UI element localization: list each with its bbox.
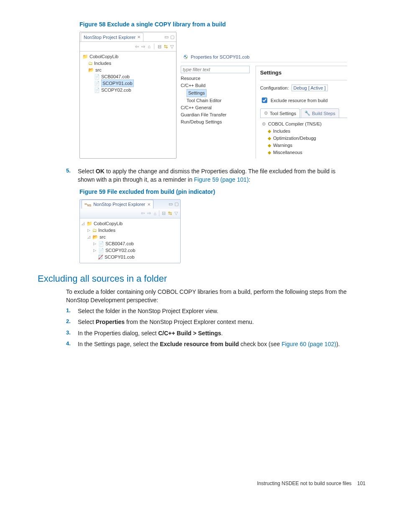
ptree-item[interactable]: Run/Debug Settings — [181, 118, 250, 126]
tool-tree-item[interactable]: ◆ Optimization/Debugg — [262, 135, 345, 142]
exclude-checkbox[interactable] — [262, 98, 267, 103]
tree-includes[interactable]: 🗂 Includes — [82, 60, 174, 67]
explorer-tab-label: NonStop Project Explorer — [93, 202, 145, 207]
tree-file-excluded[interactable]: SCOPY01.cob — [82, 254, 179, 260]
tree-folder-src[interactable]: ◿ 📂 src — [82, 234, 179, 240]
step-5: 5. Select OK to apply the change and dis… — [66, 167, 353, 184]
twisty-open-icon[interactable]: ◿ — [87, 234, 91, 240]
close-icon[interactable]: ✕ — [147, 202, 151, 207]
bold-text: C/C++ Build > Settings — [158, 330, 221, 337]
figure59-caption: Figure 59 File excluded from build (pin … — [79, 188, 366, 195]
ptree-selected-label: Settings — [187, 89, 207, 97]
explorer-tab[interactable]: NonStop Project Explorer ✕ — [81, 33, 143, 41]
tree-file-selected[interactable]: 📄 SCOPY01.cob — [82, 80, 174, 87]
tree-folder-src[interactable]: 📂 src — [82, 67, 174, 73]
forward-icon[interactable]: ⇨ — [141, 44, 145, 49]
section-intro: To exclude a folder containing only COBO… — [66, 288, 353, 305]
ptree-item[interactable]: Guardian File Transfer — [181, 111, 250, 118]
project-icon: 📁 — [87, 220, 92, 227]
file-label: SCOPY02.cob — [101, 87, 131, 93]
collapse-all-icon[interactable]: ⊟ — [158, 44, 161, 49]
section-heading: Excluding all sources in a folder — [38, 273, 366, 284]
properties-title-bar: Properties for SCOPY01.cob — [181, 52, 347, 62]
twisty-closed-icon[interactable]: ▷ — [87, 227, 91, 234]
ptree-item[interactable]: C/C++ Build — [181, 82, 250, 89]
tree-file[interactable]: ▷ 📄 SCB0047.cob — [82, 240, 179, 247]
explorer-tree: ◿ 📁 CobolCopyLib ▷ 🗂 Includes ◿ 📂 src ▷ … — [80, 218, 180, 263]
tool-settings-tree: ⚙ COBOL Compiler (TNS/E) ◆ Includes ◆ Op… — [260, 118, 347, 159]
home-icon[interactable]: ⌂ — [148, 44, 151, 49]
file-label: SCB0047.cob — [101, 73, 130, 80]
bold-text: Properties — [96, 319, 125, 325]
forward-icon[interactable]: ⇨ — [147, 211, 151, 216]
tree-file[interactable]: ▷ 📄 SCOPY02.cob — [82, 247, 179, 254]
tool-tree-item[interactable]: ◆ Warnings — [262, 142, 345, 149]
view-menu-icon[interactable]: ▽ — [174, 211, 178, 216]
step-number: 3. — [66, 329, 73, 337]
file-icon: 📄 — [94, 80, 100, 87]
file-icon: 📄 — [98, 247, 104, 254]
filter-input[interactable] — [181, 66, 250, 73]
twisty-open-icon[interactable]: ◿ — [82, 220, 85, 227]
properties-title: Properties for SCOPY01.cob — [191, 54, 250, 59]
tab-tool-settings[interactable]: ⚙ Tool Settings — [260, 108, 300, 118]
file-label: SCOPY02.cob — [105, 247, 136, 254]
maximize-icon[interactable]: ▢ — [174, 201, 179, 207]
close-icon[interactable]: ✕ — [137, 35, 141, 39]
folder-icon: 📂 — [88, 67, 94, 73]
tool-item-label: Optimization/Debugg — [273, 135, 316, 142]
ptree-item[interactable]: Tool Chain Editor — [181, 97, 250, 104]
tree-project[interactable]: ◿ 📁 CobolCopyLib — [82, 220, 179, 227]
project-icon: 📁 — [82, 53, 88, 60]
gear-icon: ⚙ — [264, 111, 268, 116]
figure58: NonStop Project Explorer ✕ ▭ ▢ ⇦ ⇨ ⌂ ⊟ ⇆… — [79, 32, 366, 159]
project-label: CobolCopyLib — [94, 220, 123, 227]
tool-tree-item[interactable]: ◆ Includes — [262, 128, 345, 135]
footer-label: Instructing NSDEE not to build source fi… — [257, 481, 352, 486]
tree-includes[interactable]: ▷ 🗂 Includes — [82, 227, 179, 234]
text: In the Properties dialog, select — [78, 330, 158, 337]
ptree-item[interactable]: Resource — [181, 75, 250, 82]
home-icon[interactable]: ⌂ — [153, 211, 156, 216]
ptree-item[interactable]: C/C++ General — [181, 104, 250, 111]
tree-project[interactable]: 📁 CobolCopyLib — [82, 53, 174, 60]
tree-file[interactable]: 📄 SCB0047.cob — [82, 73, 174, 80]
link-editor-icon[interactable]: ⇆ — [168, 211, 172, 216]
step-body: Select the folder in the NonStop Project… — [78, 307, 353, 315]
option-icon: ◆ — [268, 135, 271, 142]
configuration-select[interactable]: Debug [ Active ] — [292, 85, 328, 91]
exclude-label: Exclude resource from build — [271, 98, 327, 103]
twisty-closed-icon[interactable]: ▷ — [93, 247, 97, 254]
twisty-closed-icon[interactable]: ▷ — [93, 240, 97, 247]
minimize-icon[interactable]: ▭ — [169, 201, 173, 207]
maximize-icon[interactable]: ▢ — [170, 34, 174, 40]
explorer-tree: 📁 CobolCopyLib 🗂 Includes 📂 src 📄 SCB004… — [80, 51, 176, 97]
settings-tabstrip: ⚙ Tool Settings 🔧 Build Steps — [260, 108, 347, 118]
includes-label: Includes — [98, 227, 115, 234]
explorer-tab[interactable]: ∞NS NonStop Project Explorer ✕ — [82, 200, 153, 208]
tab-build-steps[interactable]: 🔧 Build Steps — [301, 108, 339, 118]
figure60-link[interactable]: Figure 60 (page 102) — [281, 341, 336, 347]
collapse-all-icon[interactable]: ⊟ — [162, 211, 166, 216]
back-icon[interactable]: ⇦ — [135, 44, 139, 49]
tool-tree-root[interactable]: ⚙ COBOL Compiler (TNS/E) — [262, 121, 345, 128]
view-menu-icon[interactable]: ▽ — [170, 44, 174, 49]
configuration-label: Configuration: — [260, 85, 289, 90]
file-icon: 📄 — [98, 240, 104, 247]
text: In the Settings page, select the — [78, 341, 160, 347]
bold-text: OK — [96, 168, 105, 175]
figure58-caption: Figure 58 Exclude a single COPY library … — [79, 21, 366, 28]
includes-icon: 🗂 — [88, 60, 93, 67]
tool-tree-item[interactable]: ◆ Miscellaneous — [262, 149, 345, 156]
ptree-item-selected[interactable]: Settings — [181, 89, 250, 97]
tool-item-label: Miscellaneous — [273, 149, 302, 156]
explorer-toolbar: ⇦ ⇨ ⌂ ⊟ ⇆ ▽ — [80, 42, 176, 51]
exclude-checkbox-row: Exclude resource from build — [260, 96, 347, 104]
link-editor-icon[interactable]: ⇆ — [164, 44, 168, 49]
project-label: CobolCopyLib — [90, 53, 118, 60]
tree-file[interactable]: 📄 SCOPY02.cob — [82, 87, 174, 93]
back-icon[interactable]: ⇦ — [141, 211, 145, 216]
minimize-icon[interactable]: ▭ — [164, 34, 169, 40]
figure59-link[interactable]: Figure 59 (page 101) — [194, 176, 249, 183]
step-body: In the Settings page, select the Exclude… — [78, 340, 353, 348]
